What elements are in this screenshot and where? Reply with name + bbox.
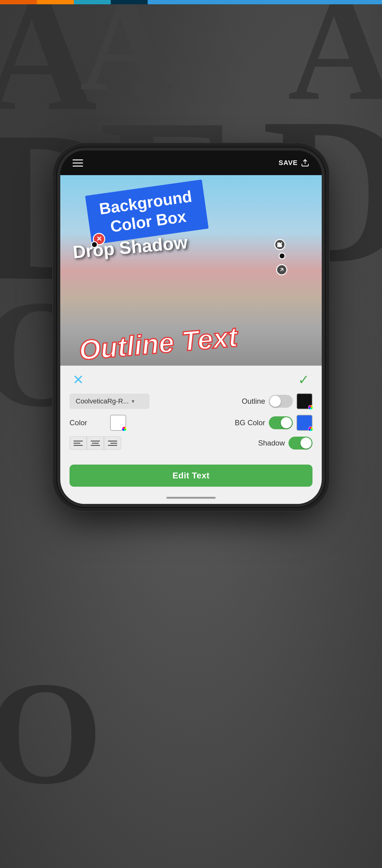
font-name-label: CoolveticaRg-R... <box>76 397 128 405</box>
save-button[interactable]: SAVE <box>278 159 310 167</box>
outline-label: Outline <box>228 397 265 406</box>
align-left-icon <box>74 441 83 446</box>
handle-resize-bottomright[interactable] <box>276 264 287 275</box>
menu-line-2 <box>72 162 83 163</box>
text-align-buttons <box>69 436 121 450</box>
control-row-3: Shadow <box>69 436 313 450</box>
bg-color-toggle-thumb <box>281 417 292 428</box>
color-group: Color <box>69 415 126 431</box>
panel-action-bar: ✕ ✓ <box>60 366 322 393</box>
bg-letter-o2: O <box>0 659 102 807</box>
handle-icon-topright[interactable] <box>274 239 286 250</box>
align-left-button[interactable] <box>69 436 87 450</box>
shadow-label: Shadow <box>248 439 285 447</box>
confirm-button[interactable]: ✓ <box>298 372 310 388</box>
menu-line-3 <box>72 165 83 166</box>
top-bar-blue <box>148 0 382 4</box>
bg-color-picker-dot <box>308 427 313 431</box>
resize-icon <box>278 267 285 273</box>
align-right-button[interactable] <box>104 436 121 450</box>
shadow-toggle-group: Shadow <box>248 437 313 450</box>
text-color-swatch[interactable] <box>110 415 126 431</box>
control-row-2: Color BG Color <box>69 415 313 431</box>
outline-color-picker-dot <box>308 405 313 410</box>
menu-line-1 <box>72 159 83 160</box>
control-row-1: CoolveticaRg-R... ▾ Outline <box>69 393 313 409</box>
save-label: SAVE <box>278 159 298 167</box>
outline-toggle[interactable] <box>269 395 293 408</box>
shadow-toggle[interactable] <box>289 437 313 450</box>
menu-button[interactable] <box>72 159 83 166</box>
top-bar-teal <box>74 0 111 4</box>
align-right-icon <box>108 441 117 446</box>
text-outline: Outline Text <box>78 321 239 366</box>
align-center-icon <box>91 441 100 446</box>
top-bar-navy <box>111 0 148 4</box>
edit-text-button[interactable]: Edit Text <box>69 465 313 487</box>
shadow-toggle-thumb <box>300 437 312 448</box>
controls-area: CoolveticaRg-R... ▾ Outline <box>60 393 322 462</box>
phone-top-bar: SAVE <box>60 151 322 175</box>
phone-screen: SAVE Background Color Box ✕ <box>60 151 322 504</box>
phone-canvas: Background Color Box ✕ Drop Shadow <box>60 175 322 366</box>
home-indicator <box>60 492 322 504</box>
outline-toggle-thumb <box>270 396 281 407</box>
bg-color-toggle[interactable] <box>269 416 293 429</box>
bg-color-label: BG Color <box>228 418 265 427</box>
outline-toggle-group: Outline <box>228 393 313 409</box>
cancel-button[interactable]: ✕ <box>72 372 84 388</box>
handle-dot-topleft[interactable] <box>91 241 98 248</box>
pencil-icon <box>277 242 283 248</box>
top-color-bar <box>0 0 382 4</box>
chevron-down-icon: ▾ <box>131 398 135 405</box>
handle-dot-midright[interactable] <box>278 253 286 259</box>
font-selector[interactable]: CoolveticaRg-R... ▾ <box>69 394 149 409</box>
text-outline-container[interactable]: Outline Text <box>79 328 316 360</box>
color-label: Color <box>69 418 107 427</box>
top-bar-orange <box>0 0 37 4</box>
phone-bottom-panel: ✕ ✓ CoolveticaRg-R... ▾ Outline <box>60 366 322 504</box>
bg-color-swatch[interactable] <box>296 415 313 431</box>
text-drop-shadow: Drop Shadow <box>72 232 188 262</box>
phone-notch <box>157 151 225 163</box>
align-center-button[interactable] <box>87 436 104 450</box>
outline-color-swatch[interactable] <box>296 393 313 409</box>
bg-color-toggle-group: BG Color <box>228 415 313 431</box>
text-color-picker-dot <box>122 427 127 431</box>
top-bar-amber <box>37 0 74 4</box>
phone-wrapper: SAVE Background Color Box ✕ <box>57 148 325 507</box>
save-icon <box>301 159 310 167</box>
phone-frame: SAVE Background Color Box ✕ <box>57 148 325 507</box>
home-bar <box>167 497 215 499</box>
